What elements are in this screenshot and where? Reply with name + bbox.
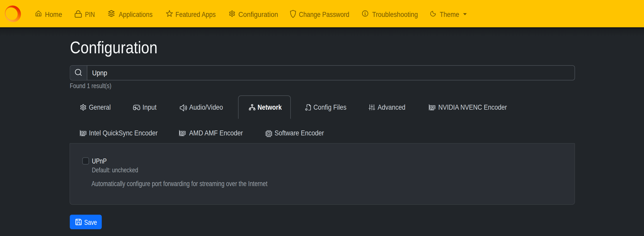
svg-text:Home: Home [45, 10, 62, 18]
svg-text:Network: Network [258, 103, 282, 111]
svg-text:Audio/Video: Audio/Video [189, 103, 223, 111]
svg-text:Featured Apps: Featured Apps [175, 10, 216, 18]
svg-text:NVIDIA NVENC Encoder: NVIDIA NVENC Encoder [438, 103, 507, 111]
svg-text:Automatically configure port f: Automatically configure port forwarding … [91, 180, 267, 188]
svg-text:PIN: PIN [85, 10, 95, 18]
svg-text:General: General [89, 103, 111, 111]
svg-text:Input: Input [142, 103, 156, 111]
svg-text:Upnp: Upnp [92, 69, 107, 77]
svg-text:Troubleshooting: Troubleshooting [372, 10, 418, 18]
svg-text:Intel QuickSync Encoder: Intel QuickSync Encoder [89, 129, 158, 137]
svg-text:AMD AMF Encoder: AMD AMF Encoder [189, 129, 243, 137]
svg-text:Configuration: Configuration [70, 38, 157, 57]
svg-text:Save: Save [84, 219, 97, 226]
svg-text:Default: unchecked: Default: unchecked [92, 166, 138, 174]
svg-text:Configuration: Configuration [238, 10, 278, 18]
svg-text:Applications: Applications [119, 10, 153, 18]
svg-text:UPnP: UPnP [92, 157, 107, 165]
svg-text:Config Files: Config Files [313, 103, 346, 111]
svg-text:Theme: Theme [440, 10, 459, 18]
svg-text:Advanced: Advanced [378, 103, 405, 111]
svg-text:Found 1 result(s): Found 1 result(s) [70, 82, 111, 90]
svg-text:Software Encoder: Software Encoder [275, 129, 324, 137]
svg-text:Change Password: Change Password [299, 10, 349, 18]
